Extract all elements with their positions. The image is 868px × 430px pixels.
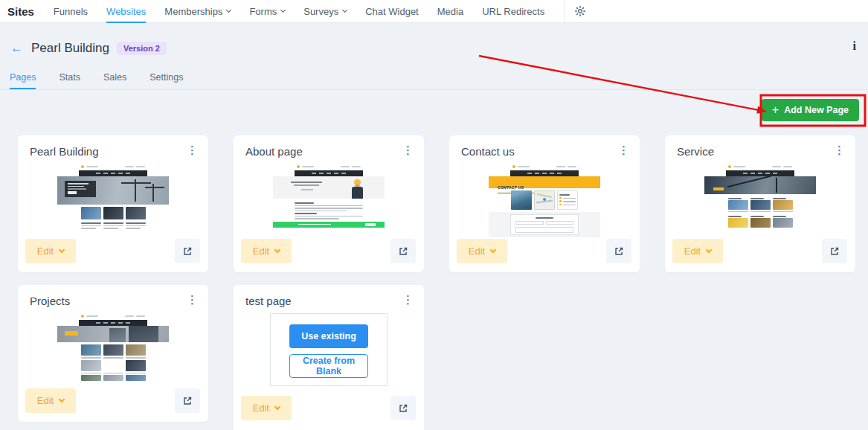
pages-grid: Pearl Building ⋮ xyxy=(0,135,868,430)
page-card-projects: Projects ⋮ xyxy=(18,285,208,422)
tab-settings[interactable]: Settings xyxy=(150,72,183,89)
toolbar: + Add New Page xyxy=(0,90,868,126)
about-page-thumbnail[interactable] xyxy=(273,162,385,228)
nav-divider xyxy=(565,0,565,22)
chevron-down-icon xyxy=(59,397,65,402)
page-template-choice-box: Use existing Create from Blank xyxy=(270,313,388,386)
open-page-external-icon[interactable] xyxy=(390,239,416,263)
page-card-service: Service ⋮ xyxy=(665,135,855,272)
tab-stats[interactable]: Stats xyxy=(59,72,80,89)
nav-item-url-redirects[interactable]: URL Redirects xyxy=(482,0,544,23)
kebab-menu-icon[interactable]: ⋮ xyxy=(615,143,632,157)
info-icon[interactable]: i xyxy=(853,39,856,53)
service-thumbnail[interactable] xyxy=(704,162,816,230)
kebab-menu-icon[interactable]: ⋮ xyxy=(831,143,848,157)
page-title: Pearl Building xyxy=(31,41,109,56)
pearl-building-thumbnail[interactable] xyxy=(57,162,169,231)
open-page-external-icon[interactable] xyxy=(822,239,847,263)
chevron-down-icon xyxy=(226,7,231,13)
back-arrow-icon[interactable]: ← xyxy=(10,41,23,56)
tab-pages[interactable]: Pages xyxy=(10,72,36,89)
card-title: Projects xyxy=(30,295,70,307)
top-navigation: Sites Funnels Websites Memberships Forms… xyxy=(0,0,868,23)
nav-item-forms[interactable]: Forms xyxy=(249,0,285,23)
create-from-blank-button[interactable]: Create from Blank xyxy=(289,354,368,378)
edit-button[interactable]: Edit xyxy=(457,239,507,263)
edit-button[interactable]: Edit xyxy=(241,239,292,263)
kebab-menu-icon[interactable]: ⋮ xyxy=(184,292,201,307)
nav-item-chat-widget[interactable]: Chat Widget xyxy=(365,0,419,23)
nav-item-websites[interactable]: Websites xyxy=(106,0,146,23)
kebab-menu-icon[interactable]: ⋮ xyxy=(399,143,417,157)
page-card-pearl-building: Pearl Building ⋮ xyxy=(18,135,208,272)
card-title: test page xyxy=(245,295,292,307)
chevron-down-icon xyxy=(274,404,280,410)
edit-button[interactable]: Edit xyxy=(25,239,76,263)
open-page-external-icon[interactable] xyxy=(390,396,416,420)
card-title: Contact us xyxy=(461,145,515,158)
chevron-down-icon xyxy=(342,7,347,13)
tab-sales[interactable]: Sales xyxy=(103,72,126,89)
page-tabs: Pages Stats Sales Settings xyxy=(0,59,868,90)
edit-button[interactable]: Edit xyxy=(25,388,76,413)
kebab-menu-icon[interactable]: ⋮ xyxy=(184,143,201,157)
chevron-down-icon xyxy=(490,247,496,253)
edit-button[interactable]: Edit xyxy=(672,239,723,263)
chevron-down-icon xyxy=(280,7,286,13)
use-existing-button[interactable]: Use existing xyxy=(289,324,368,348)
page-header: ← Pearl Building Version 2 i xyxy=(0,38,868,59)
open-page-external-icon[interactable] xyxy=(175,388,200,413)
kebab-menu-icon[interactable]: ⋮ xyxy=(399,292,417,307)
card-title: About page xyxy=(245,145,303,158)
card-title: Pearl Building xyxy=(30,145,99,158)
brand-sites[interactable]: Sites xyxy=(7,5,34,18)
nav-item-funnels[interactable]: Funnels xyxy=(54,0,88,23)
nav-item-surveys[interactable]: Surveys xyxy=(303,0,347,23)
nav-item-media[interactable]: Media xyxy=(437,0,463,23)
version-badge: Version 2 xyxy=(117,42,167,55)
add-new-page-label: Add New Page xyxy=(784,105,849,115)
page-card-test-page: test page ⋮ Use existing Create from Bla… xyxy=(234,285,424,430)
projects-thumbnail[interactable] xyxy=(57,312,169,383)
add-new-page-button[interactable]: + Add New Page xyxy=(762,99,859,121)
card-title: Service xyxy=(677,145,714,158)
chevron-down-icon xyxy=(706,247,712,253)
open-page-external-icon[interactable] xyxy=(175,239,200,263)
chevron-down-icon xyxy=(59,247,65,253)
plus-icon: + xyxy=(772,103,779,117)
edit-button[interactable]: Edit xyxy=(241,396,292,420)
open-page-external-icon[interactable] xyxy=(606,239,631,263)
gear-icon[interactable] xyxy=(574,5,586,17)
nav-item-memberships[interactable]: Memberships xyxy=(164,0,231,23)
contact-us-thumbnail[interactable]: CONTACT US xyxy=(489,162,600,237)
chevron-down-icon xyxy=(274,247,280,253)
page-card-contact-us: Contact us ⋮ CONTACT US xyxy=(449,135,640,272)
page-card-about-page: About page ⋮ xyxy=(234,135,424,272)
